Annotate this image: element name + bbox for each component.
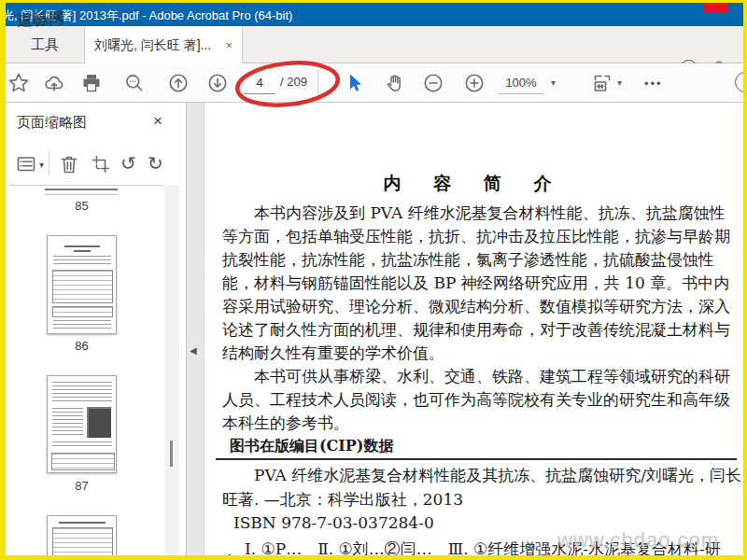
doc-line: 等方面，包括单轴受压性能，抗折、抗冲击及拉压比性能，抗渗与早龄期 <box>222 225 734 248</box>
search-icon[interactable] <box>123 72 146 94</box>
window-close-button[interactable] <box>704 2 727 12</box>
doc-line: 能，材料与钢筋锚固性能以及 BP 神经网络研究应用，共 10 章。书中内 <box>222 272 734 295</box>
doc-line: 本书内容涉及到 PVA 纤维水泥基复合材料性能、抗冻、抗盐腐蚀性 <box>222 202 734 225</box>
thumb-decor <box>87 407 111 438</box>
tab-tools[interactable]: 工具 <box>6 26 84 63</box>
page-fit-caret-icon[interactable]: ▾ <box>617 77 622 88</box>
toolbar-separator <box>317 70 318 96</box>
previous-page-icon[interactable] <box>167 72 190 94</box>
thumb-decor <box>53 256 111 266</box>
tab-bar: 工具 刘曙光, 闫长旺 著]... × ? <box>6 26 743 63</box>
panel-scrollbar-thumb[interactable] <box>170 441 173 467</box>
watermark-bottom-right: www.chdao.com <box>557 528 719 553</box>
zoom-caret-icon[interactable]: ▾ <box>551 77 556 88</box>
thumbnail-page-85[interactable] <box>45 189 118 195</box>
thumb-decor <box>74 250 91 252</box>
thumbnail-page-86[interactable] <box>47 235 117 334</box>
thumb-decor <box>59 522 106 524</box>
panel-toolbar-separator <box>49 151 49 175</box>
cip-line: 旺著. —北京：科学出版社，2013 <box>222 489 463 511</box>
next-page-icon[interactable] <box>206 72 229 94</box>
rotate-cw-icon[interactable]: ↻ <box>148 153 163 174</box>
doc-line: 容采用试验研究、理论分析、微观结构分析、数值模拟等研究方法，深入 <box>222 295 734 318</box>
doc-line: 本科生的参考书。 <box>222 412 734 435</box>
cip-line: PVA 纤维水泥基复合材料性能及其抗冻、抗盐腐蚀研究/刘曙光，闫长 <box>254 465 741 486</box>
thumb-decor <box>52 441 112 449</box>
cip-line: ISBN 978-7-03-037284-0 <box>233 513 434 532</box>
doc-line: 抗裂性能，抗冻性能，抗盐冻性能，氯离子渗透性能，抗硫酸盐侵蚀性 <box>222 248 734 272</box>
zoom-in-icon[interactable] <box>463 72 486 94</box>
select-tool-cursor-icon[interactable] <box>344 72 366 94</box>
page-number-input[interactable]: 4 <box>244 73 275 94</box>
page-thumbnails-panel: 页面缩略图 × ▾ <box>6 103 187 555</box>
thumb-decor <box>51 453 115 470</box>
tab-document-label: 刘曙光, 闫长旺 著]... <box>94 37 211 54</box>
cip-line: 究. Ⅳ. ①TB333 <box>222 552 341 555</box>
pdf-page: 内 容 简 介 本书内容涉及到 PVA 纤维水泥基复合材料性能、抗冻、抗盐腐蚀性… <box>204 103 743 555</box>
title-bar: 光, 闫长旺 著] 2013年.pdf - Adobe Acrobat Pro … <box>6 3 743 26</box>
panel-scrollbar[interactable] <box>164 185 179 554</box>
collapse-panel-icon[interactable]: ◀ <box>190 345 197 356</box>
thumbnail-options-icon[interactable] <box>15 153 37 175</box>
thumb-decor <box>52 408 83 438</box>
cloud-upload-icon[interactable] <box>43 72 65 94</box>
panel-title: 页面缩略图 <box>17 114 87 132</box>
thumbnail-page-88[interactable] <box>47 515 117 555</box>
thumbnail-label-87: 87 <box>47 479 117 493</box>
main-toolbar: 4 / 209 100% ▾ ▾ ••• <box>6 63 743 103</box>
thumbnail-page-87[interactable] <box>47 375 117 473</box>
thumb-decor <box>53 320 111 330</box>
doc-line: 结构耐久性有重要的学术价值。 <box>222 342 734 365</box>
thumbnail-label-86: 86 <box>47 339 117 353</box>
content-area: 页面缩略图 × ▾ <box>6 103 743 555</box>
partial-tool-icon[interactable] <box>735 72 743 92</box>
thumb-decor <box>52 270 113 303</box>
thumb-decor <box>64 245 100 247</box>
doc-section-title: 内 容 简 介 <box>204 172 743 196</box>
page-total-label: / 209 <box>280 75 307 89</box>
cip-header: 图书在版编目(CIP)数据 <box>230 437 393 456</box>
page-fit-icon[interactable] <box>591 72 613 94</box>
zoom-level-input[interactable]: 100% <box>499 73 543 94</box>
panel-divider <box>9 185 164 186</box>
favorites-star-icon[interactable] <box>7 72 30 94</box>
tab-document[interactable]: 刘曙光, 闫长旺 著]... × <box>84 26 243 64</box>
thumb-decor <box>52 306 113 317</box>
doc-line: 人员、工程技术人员阅读，也可作为高等院校有关专业的研究生和高年级 <box>222 388 734 412</box>
cip-rule <box>216 458 737 460</box>
tab-tools-label: 工具 <box>31 36 59 54</box>
delete-pages-icon[interactable] <box>58 153 80 175</box>
doc-line: 论述了耐久性方面的机理、规律和使用寿命，对于改善传统混凝土材料与 <box>222 318 734 342</box>
thumb-decor <box>52 527 113 555</box>
acrobat-window: 光, 闫长旺 著] 2013年.pdf - Adobe Acrobat Pro … <box>6 3 743 555</box>
panel-close-icon[interactable]: × <box>153 112 162 131</box>
watermark-top-left: 道栎网 <box>16 7 64 32</box>
thumb-decor <box>52 382 112 404</box>
thumbnail-options-caret-icon[interactable]: ▾ <box>39 160 44 170</box>
thumbnail-label-85: 85 <box>47 199 117 213</box>
doc-body: 本书内容涉及到 PVA 纤维水泥基复合材料性能、抗冻、抗盐腐蚀性 等方面，包括单… <box>222 202 734 435</box>
doc-line: 本书可供从事桥梁、水利、交通、铁路、建筑工程等领域研究的科研 <box>222 365 734 388</box>
more-tools-icon[interactable]: ••• <box>644 77 663 91</box>
crop-pages-icon[interactable] <box>90 153 112 175</box>
print-icon[interactable] <box>80 72 103 94</box>
hand-tool-icon[interactable] <box>384 72 406 94</box>
tab-close-icon[interactable]: × <box>225 38 233 52</box>
screenshot-frame: 光, 闫长旺 著] 2013年.pdf - Adobe Acrobat Pro … <box>0 0 747 560</box>
rotate-ccw-icon[interactable]: ↺ <box>120 153 136 174</box>
zoom-out-icon[interactable] <box>422 72 444 94</box>
